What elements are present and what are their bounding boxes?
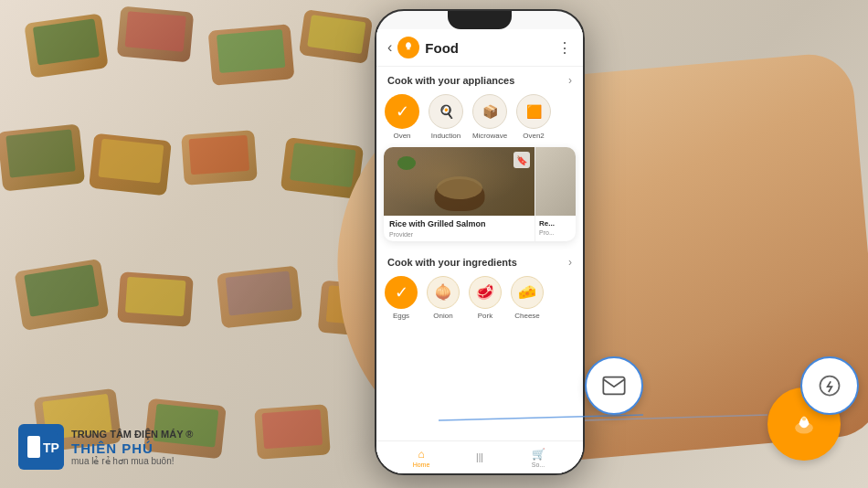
- watermark-line3: mua lẻ rẻ hơn mua buôn!: [71, 456, 193, 466]
- ingredients-title: Cook with your ingredients: [387, 257, 517, 268]
- bookmark-icon[interactable]: 🔖: [513, 152, 530, 168]
- recipe-image: 🔖: [384, 147, 535, 216]
- appliances-title: Cook with your appliances: [387, 75, 514, 86]
- microwave-icon: 📦: [472, 94, 507, 129]
- watermark-text-block: TRUNG TÂM ĐIỆN MÁY ® THIÊN PHÚ mua lẻ rẻ…: [71, 429, 193, 466]
- recipe-provider-2: Pro...: [539, 229, 572, 236]
- phone-notch: [448, 11, 512, 29]
- svg-rect-6: [27, 436, 40, 458]
- appliances-row: ✓ Oven 🍳 Induction 📦 Microwave: [376, 90, 583, 147]
- appliances-section-header: Cook with your appliances ›: [376, 67, 583, 90]
- app-title: Food: [425, 40, 557, 56]
- ingredients-section-header: Cook with your ingredients ›: [376, 249, 583, 272]
- ingredient-eggs[interactable]: ✓ Eggs: [384, 276, 418, 320]
- svg-point-1: [802, 417, 806, 420]
- svg-point-2: [820, 377, 840, 396]
- recipe-provider: Provider: [389, 231, 529, 238]
- appliance-oven[interactable]: ✓ Oven: [384, 94, 420, 140]
- watermark-line2: THIÊN PHÚ: [71, 440, 193, 456]
- phone-scene: ‹ Food ⋮ Cook with your appliances › ✓ O…: [320, 0, 868, 488]
- app-header: ‹ Food ⋮: [376, 29, 583, 67]
- recipe-card[interactable]: 🔖 Rice with Grilled Salmon Provider Re..…: [384, 147, 576, 241]
- cheese-label: Cheese: [514, 312, 540, 320]
- eggs-label: Eggs: [393, 312, 409, 320]
- microwave-label: Microwave: [472, 132, 507, 140]
- nav-secondary[interactable]: 🛒 So...: [493, 448, 583, 468]
- ingredient-pork[interactable]: 🥩 Pork: [468, 276, 503, 320]
- eggs-icon: ✓: [385, 276, 418, 309]
- ingredient-onion[interactable]: 🧅 Onion: [426, 276, 460, 320]
- onion-icon: 🧅: [427, 276, 460, 309]
- induction-icon: 🍳: [429, 94, 463, 129]
- nav-secondary-label: So...: [532, 461, 545, 468]
- oven2-icon: 🟧: [516, 94, 551, 129]
- watermark-line1: TRUNG TÂM ĐIỆN MÁY ®: [71, 429, 193, 440]
- back-button[interactable]: ‹: [387, 39, 392, 56]
- recipe-section: 🔖 Rice with Grilled Salmon Provider Re..…: [376, 147, 583, 249]
- ingredients-row: ✓ Eggs 🧅 Onion 🥩 Pork: [376, 272, 583, 327]
- watermark-logo: TP: [18, 424, 64, 470]
- oven-icon: ✓: [385, 94, 419, 129]
- onion-label: Onion: [433, 312, 452, 320]
- circle-home-button[interactable]: [585, 356, 643, 415]
- appliance-induction[interactable]: 🍳 Induction: [428, 94, 464, 140]
- app-screen: ‹ Food ⋮ Cook with your appliances › ✓ O…: [376, 29, 583, 473]
- circle-power-button[interactable]: [800, 356, 859, 415]
- induction-label: Induction: [431, 132, 460, 140]
- appliance-microwave[interactable]: 📦 Microwave: [471, 94, 508, 140]
- appliance-oven2[interactable]: 🟧 Oven2: [515, 94, 552, 140]
- nav-home-label: Home: [413, 461, 430, 468]
- pork-label: Pork: [478, 312, 492, 320]
- ingredient-cheese[interactable]: 🧀 Cheese: [510, 276, 545, 320]
- phone-frame: ‹ Food ⋮ Cook with your appliances › ✓ O…: [375, 9, 585, 475]
- recipe-name-2: Re...: [539, 219, 572, 228]
- recipe-name: Rice with Grilled Salmon: [389, 219, 529, 229]
- ingredients-arrow[interactable]: ›: [568, 256, 572, 269]
- recipe-image-2: [535, 147, 576, 216]
- appliances-arrow[interactable]: ›: [568, 74, 572, 87]
- app-logo-icon: [397, 37, 419, 58]
- recipe-card-main: 🔖 Rice with Grilled Salmon Provider: [384, 147, 535, 241]
- recipe-info: Rice with Grilled Salmon Provider: [384, 216, 535, 241]
- oven-label: Oven: [393, 132, 410, 140]
- svg-text:TP: TP: [43, 440, 59, 455]
- pork-icon: 🥩: [469, 276, 502, 309]
- bottom-nav: ⌂ Home ||| 🛒 So...: [376, 440, 583, 473]
- nav-home[interactable]: ⌂ Home: [376, 448, 466, 468]
- watermark: TP TRUNG TÂM ĐIỆN MÁY ® THIÊN PHÚ mua lẻ…: [18, 424, 193, 470]
- oven2-label: Oven2: [523, 132, 545, 140]
- cheese-icon: 🧀: [511, 276, 544, 309]
- recipe-card-secondary: Re... Pro...: [535, 147, 576, 241]
- recipe-info-2: Re... Pro...: [535, 216, 576, 239]
- more-options-button[interactable]: ⋮: [557, 39, 572, 57]
